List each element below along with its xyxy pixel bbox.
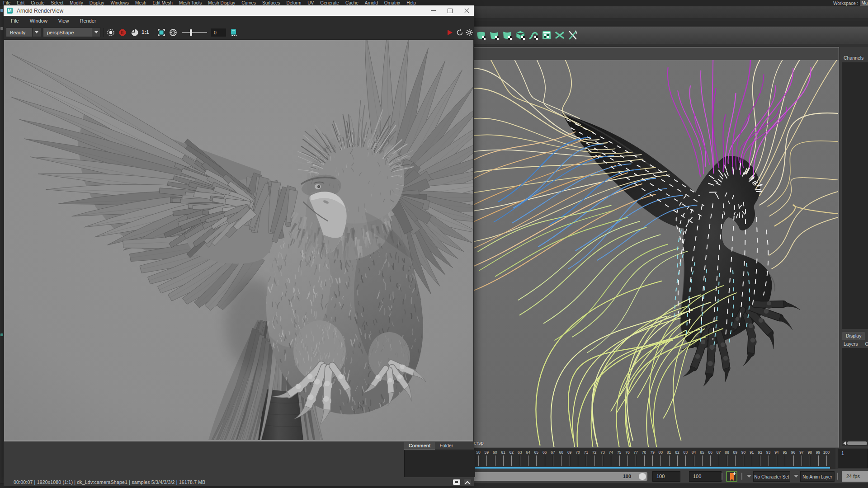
- needle-cross-icon[interactable]: [567, 30, 578, 41]
- character-set-dropdown[interactable]: No Character Set: [753, 471, 790, 482]
- arnold-renderview-window[interactable]: M Arnold RenderView File Window View Ren…: [4, 5, 474, 483]
- rv-menu-view[interactable]: View: [51, 18, 73, 23]
- frame-label-73: 73: [598, 450, 607, 455]
- frame-tick-100: [826, 455, 827, 466]
- range-separator: [722, 473, 722, 480]
- aov-dropdown-arrow-icon[interactable]: [32, 28, 41, 37]
- rv-menu-window[interactable]: Window: [23, 18, 51, 23]
- comment-tab[interactable]: Comment: [404, 442, 435, 450]
- render-abort-icon[interactable]: [118, 28, 127, 37]
- renderview-titlebar[interactable]: M Arnold RenderView: [4, 5, 474, 16]
- render-start-icon[interactable]: [107, 28, 115, 37]
- scrollbar-thumb[interactable]: [847, 441, 867, 445]
- frame-tick-61: [503, 455, 504, 466]
- expand-console-icon[interactable]: [464, 479, 471, 485]
- frame-label-69: 69: [565, 450, 574, 455]
- viewport-3d-scene[interactable]: [474, 60, 838, 447]
- rv-menu-render[interactable]: Render: [73, 18, 100, 23]
- poly-shape-icon[interactable]: [502, 30, 513, 41]
- poly-curve-icon[interactable]: [528, 30, 539, 41]
- playback-end-field[interactable]: 100: [689, 471, 722, 482]
- settings-gear-icon[interactable]: [465, 28, 473, 37]
- cross-tools-icon[interactable]: [554, 30, 565, 41]
- render-status-text: 00:00:07 | 868x488 (1:1) | dk_Ldv:came…: [14, 479, 205, 485]
- camera-dropdown[interactable]: perspShape: [43, 28, 101, 37]
- zoom-ratio-button[interactable]: 1:1: [142, 29, 149, 35]
- channel-box-menu-channels[interactable]: Channels: [844, 55, 863, 61]
- channel-box-list[interactable]: [842, 62, 868, 329]
- layer-editor-tab-display[interactable]: Display: [842, 332, 865, 340]
- folder-tab[interactable]: Folder: [435, 442, 458, 450]
- renderview-menubar: File Window View Render: [4, 16, 474, 25]
- poly-cube-icon[interactable]: [515, 30, 526, 41]
- time-slider[interactable]: 5859606162636465666768697071727374757677…: [474, 448, 835, 469]
- frame-label-89: 89: [731, 450, 740, 455]
- ipr-play-icon[interactable]: [446, 28, 454, 37]
- frame-tick-76: [627, 455, 628, 466]
- viewport-panel[interactable]: persp: [474, 47, 839, 448]
- poly-shield-icon[interactable]: [489, 30, 500, 41]
- frame-tick-72: [594, 455, 595, 466]
- snapshots-icon[interactable]: [230, 28, 238, 37]
- frame-tick-73: [603, 455, 603, 466]
- range-slider-handle[interactable]: [639, 473, 646, 480]
- rv-menu-file[interactable]: File: [4, 18, 23, 23]
- layer-editor-scrollbar[interactable]: [842, 441, 868, 446]
- current-frame-field[interactable]: 1: [838, 449, 868, 468]
- workspace-selector[interactable]: Ma: [860, 0, 868, 6]
- refresh-render-icon[interactable]: [456, 28, 464, 37]
- frame-label-75: 75: [615, 450, 624, 455]
- layer-editor-menu-layers[interactable]: Layers: [844, 341, 858, 347]
- layer-editor-tabs: Display: [842, 332, 868, 340]
- toolbar-separator: [104, 28, 104, 37]
- exposure-slider-handle[interactable]: [190, 29, 192, 36]
- exposure-value-field[interactable]: 0: [211, 28, 226, 37]
- frame-label-80: 80: [656, 450, 665, 455]
- region-render-icon[interactable]: [131, 28, 139, 37]
- aov-dropdown[interactable]: Beauty: [6, 28, 41, 37]
- layer-editor-menu-options[interactable]: Options: [865, 341, 868, 347]
- frame-label-96: 96: [789, 450, 798, 455]
- frame-tick-87: [719, 455, 719, 466]
- minimize-button[interactable]: [431, 8, 436, 13]
- frame-label-93: 93: [764, 450, 773, 455]
- frame-label-84: 84: [689, 450, 698, 455]
- frame-tick-91: [752, 455, 752, 466]
- exposure-slider[interactable]: [182, 32, 207, 33]
- frame-label-100: 100: [822, 450, 831, 455]
- frame-label-62: 62: [507, 450, 516, 455]
- poly-plane-icon[interactable]: [476, 30, 486, 41]
- frame-tick-63: [520, 455, 520, 466]
- statusbar-icons: [453, 479, 471, 485]
- animation-end-field[interactable]: 100: [652, 471, 680, 482]
- workspace-label: Workspace :: [833, 1, 858, 6]
- camera-dropdown-arrow-icon[interactable]: [92, 28, 100, 37]
- frame-label-94: 94: [772, 450, 781, 455]
- poly-window-icon[interactable]: [541, 30, 552, 41]
- rendered-image[interactable]: [4, 40, 474, 441]
- frame-tick-67: [553, 455, 553, 466]
- character-set-caret-icon[interactable]: [747, 475, 751, 478]
- anim-layer-dropdown[interactable]: No Anim Layer: [800, 471, 835, 482]
- close-button[interactable]: [464, 8, 469, 13]
- frame-tick-95: [785, 455, 785, 466]
- window-buttons: [431, 5, 469, 16]
- toolbox-icon-hint: [0, 333, 3, 336]
- frame-tick-82: [677, 455, 678, 466]
- frame-label-98: 98: [805, 450, 814, 455]
- crop-region-icon[interactable]: [157, 28, 165, 37]
- scroll-left-arrow-icon[interactable]: [843, 441, 846, 445]
- frame-label-90: 90: [739, 450, 748, 455]
- maximize-button[interactable]: [448, 8, 453, 13]
- toolbox-icon-hint: [0, 27, 3, 30]
- renderview-toolbar: Beauty perspShape 1:1: [4, 25, 474, 40]
- layer-editor-list[interactable]: [842, 348, 868, 441]
- add-bookmark-button[interactable]: +: [726, 471, 737, 482]
- comment-textarea[interactable]: [404, 450, 475, 477]
- debug-shading-icon[interactable]: [169, 28, 177, 37]
- frame-tick-84: [694, 455, 694, 466]
- fps-indicator[interactable]: 24 fps: [842, 471, 868, 482]
- save-image-icon[interactable]: [453, 479, 460, 485]
- frame-tick-62: [511, 455, 512, 466]
- anim-layer-caret-icon[interactable]: [794, 475, 798, 478]
